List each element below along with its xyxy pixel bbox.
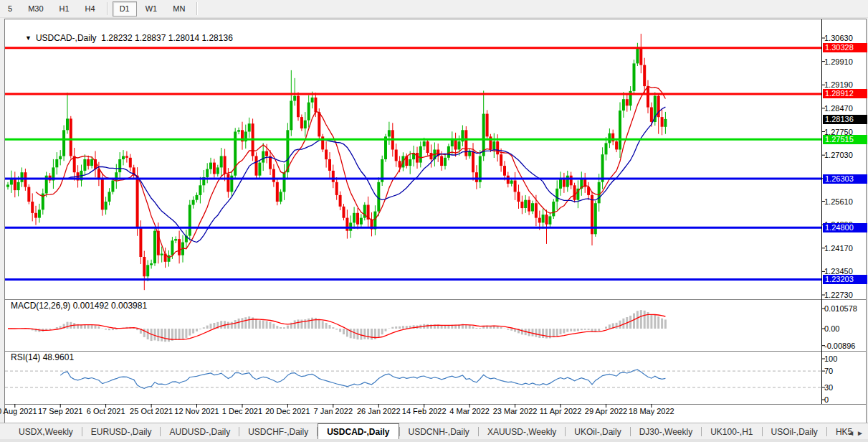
tab-scroll-arrows[interactable]: ◄► <box>847 429 866 437</box>
rsi-tick-label: 30 <box>824 383 864 392</box>
tab-ukoil-daily[interactable]: UKOil-,Daily <box>566 425 629 440</box>
tab-usdchf-daily[interactable]: USDCHF-,Daily <box>239 425 317 440</box>
chevron-down-icon[interactable]: ▼ <box>25 34 32 42</box>
mt4-workspace: { "toolbar": { "timeframes": [ {"label":… <box>0 0 868 442</box>
tab-scroll-right-icon[interactable]: ► <box>857 429 866 437</box>
price-tick-label: 1.27030 <box>824 151 864 160</box>
tab-eurusd-daily[interactable]: EURUSD-,Daily <box>82 425 161 440</box>
date-tick-label: 30 Aug 2021 <box>0 407 40 415</box>
tab-scroll-left-icon[interactable]: ◄ <box>847 429 857 437</box>
date-tick-label: 26 Jan 2022 <box>353 407 404 415</box>
price-tick-label: 1.25610 <box>824 197 864 207</box>
last-price-badge: 1.28136 <box>823 115 867 124</box>
rsi-tick-label: 0 <box>824 395 864 405</box>
price-tick-label: 1.29190 <box>824 80 864 90</box>
toolbar-separator <box>196 2 198 15</box>
chart-window: ▼USDCAD-,Daily 1.28232 1.28837 1.28014 1… <box>4 19 867 423</box>
date-tick-label: 11 Apr 2022 <box>535 407 586 415</box>
rsi-tick-label: 70 <box>824 367 864 376</box>
date-tick-label: 18 May 2022 <box>626 407 677 415</box>
chart-canvas[interactable] <box>5 19 866 423</box>
date-tick-label: 20 Dec 2021 <box>262 407 313 415</box>
timeframe-button-w1[interactable]: W1 <box>138 1 165 17</box>
date-tick-label: 12 Nov 2021 <box>172 407 222 415</box>
chart-title: ▼USDCAD-,Daily 1.28232 1.28837 1.28014 1… <box>11 23 233 53</box>
tab-audusd-daily[interactable]: AUDUSD-,Daily <box>161 425 239 440</box>
price-tick-label: 1.28470 <box>824 104 864 113</box>
window-bottom-strip <box>0 439 868 442</box>
price-tick-label: 1.30630 <box>824 34 864 43</box>
chart-title-ohlc: 1.28232 1.28837 1.28014 1.28136 <box>101 33 233 43</box>
date-tick-label: 4 Mar 2022 <box>444 407 495 415</box>
price-tick-label: 1.29910 <box>824 57 864 67</box>
tab-usdcnh-daily[interactable]: USDCNH-,Daily <box>400 425 478 440</box>
timeframe-toolbar: 5M30H1H4D1W1MN <box>0 0 868 18</box>
date-tick-label: 29 Apr 2022 <box>581 407 631 415</box>
hline-price-badge: 1.23203 <box>823 275 867 284</box>
macd-tick-label: 0.010578 <box>824 304 864 314</box>
macd-label: MACD(12,26,9) 0.001492 0.003981 <box>11 301 147 311</box>
date-tick-label: 6 Oct 2021 <box>81 407 131 415</box>
chart-tabbar: USDX,WeeklyEURUSD-,DailyAUDUSD-,DailyUSD… <box>0 423 868 440</box>
hline-price-badge: 1.27515 <box>823 135 867 144</box>
timeframe-button-m30[interactable]: M30 <box>21 1 50 17</box>
rsi-tick-label: 100 <box>824 354 864 364</box>
macd-tick-label: -0.00896 <box>824 342 864 351</box>
chart-title-symbol: USDCAD-,Daily <box>36 33 97 43</box>
date-tick-label: 17 Sep 2021 <box>35 407 85 415</box>
toolbar-separator <box>107 2 108 15</box>
price-tick-label: 1.24170 <box>824 244 864 253</box>
macd-tick-label: 0.00 <box>824 324 864 334</box>
tab-usoil-daily[interactable]: USOil-,Daily <box>763 425 826 440</box>
tab-xauusd-weekly[interactable]: XAUUSD-,Weekly <box>479 425 565 440</box>
date-tick-label: 7 Jan 2022 <box>308 407 358 415</box>
tab-uk100-h1[interactable]: UK100-,H1 <box>702 425 761 440</box>
timeframe-buttons: 5M30H1H4D1W1MN <box>0 1 201 17</box>
date-tick-label: 14 Feb 2022 <box>399 407 449 415</box>
hline-price-badge: 1.28912 <box>823 89 867 98</box>
timeframe-button-mn[interactable]: MN <box>166 1 192 17</box>
timeframe-button-d1[interactable]: D1 <box>113 1 137 17</box>
timeframe-button-h1[interactable]: H1 <box>52 1 77 17</box>
chart-tabs: USDX,WeeklyEURUSD-,DailyAUDUSD-,DailyUSD… <box>10 423 861 440</box>
hline-price-badge: 1.26303 <box>823 174 867 184</box>
hline-price-badge: 1.30328 <box>823 43 867 52</box>
date-tick-label: 25 Oct 2021 <box>126 407 176 415</box>
price-tick-label: 1.22730 <box>824 291 864 300</box>
tab-usdcad-daily[interactable]: USDCAD-,Daily <box>318 423 399 440</box>
timeframe-button-5[interactable]: 5 <box>1 1 19 17</box>
timeframe-button-h4[interactable]: H4 <box>78 1 102 17</box>
rsi-label: RSI(14) 48.9601 <box>11 352 74 362</box>
tab-dj30-weekly[interactable]: DJ30-,Weekly <box>631 425 701 440</box>
date-tick-label: 23 Mar 2022 <box>490 407 540 415</box>
date-tick-label: 1 Dec 2021 <box>217 407 267 415</box>
tab-usdx-weekly[interactable]: USDX,Weekly <box>10 425 82 440</box>
hline-price-badge: 1.24800 <box>823 223 867 232</box>
